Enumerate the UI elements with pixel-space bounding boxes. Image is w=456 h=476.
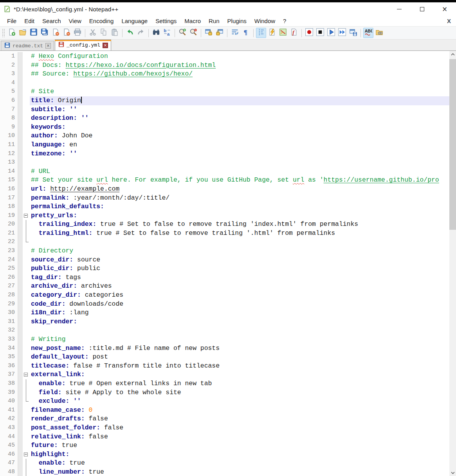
bookmark-margin[interactable] bbox=[18, 300, 23, 309]
scroll-down-button[interactable] bbox=[449, 469, 456, 476]
document-map-button[interactable] bbox=[278, 28, 288, 38]
bookmark-margin[interactable] bbox=[18, 247, 23, 256]
bookmark-margin[interactable] bbox=[18, 317, 23, 326]
maximize-button[interactable] bbox=[411, 2, 433, 16]
text-editor[interactable]: 1# Hexo Configuration2## Docs: https://h… bbox=[0, 51, 449, 476]
close-document-button[interactable] bbox=[50, 28, 61, 38]
fold-marker-start[interactable] bbox=[23, 370, 30, 379]
bookmark-margin[interactable] bbox=[18, 291, 23, 300]
bookmark-margin[interactable] bbox=[18, 459, 23, 468]
menu-item-file[interactable]: File bbox=[3, 16, 20, 25]
menu-item-encoding[interactable]: Encoding bbox=[85, 16, 118, 25]
bookmark-margin[interactable] bbox=[18, 105, 23, 114]
show-all-characters-button[interactable]: ¶ bbox=[241, 28, 251, 38]
copy-button[interactable] bbox=[99, 28, 109, 38]
bookmark-margin[interactable] bbox=[18, 123, 23, 132]
undo-button[interactable] bbox=[125, 28, 135, 38]
bookmark-margin[interactable] bbox=[18, 468, 23, 476]
bookmark-margin[interactable] bbox=[18, 326, 23, 335]
macro-play-button[interactable] bbox=[326, 28, 336, 38]
save-all-button[interactable] bbox=[40, 28, 50, 38]
menu-item-edit[interactable]: Edit bbox=[20, 16, 38, 25]
bookmark-margin[interactable] bbox=[18, 238, 23, 247]
bookmark-margin[interactable] bbox=[18, 229, 23, 238]
bookmark-margin[interactable] bbox=[18, 158, 23, 167]
menu-item-view[interactable]: View bbox=[65, 16, 85, 25]
bookmark-margin[interactable] bbox=[18, 194, 23, 203]
menu-item-window[interactable]: Window bbox=[251, 16, 279, 25]
scrollbar-track[interactable] bbox=[449, 58, 456, 469]
bookmark-margin[interactable] bbox=[18, 264, 23, 273]
menu-item-plugins[interactable]: Plugins bbox=[223, 16, 251, 25]
bookmark-margin[interactable] bbox=[18, 406, 23, 415]
bookmark-margin[interactable] bbox=[18, 70, 23, 79]
tab-readme-txt[interactable]: readme.txt× bbox=[1, 41, 54, 50]
fold-marker-start[interactable] bbox=[23, 450, 30, 459]
zoom-out-button[interactable] bbox=[188, 28, 198, 38]
bookmark-margin[interactable] bbox=[18, 344, 23, 353]
bookmark-margin[interactable] bbox=[18, 79, 23, 88]
find-button[interactable] bbox=[151, 28, 161, 38]
bookmark-margin[interactable] bbox=[18, 397, 23, 406]
menu-item-search[interactable]: Search bbox=[38, 16, 65, 25]
scrollbar-thumb[interactable] bbox=[449, 59, 456, 230]
bookmark-margin[interactable] bbox=[18, 273, 23, 282]
bookmark-margin[interactable] bbox=[18, 132, 23, 141]
bookmark-margin[interactable] bbox=[18, 424, 23, 433]
menu-item-settings[interactable]: Settings bbox=[151, 16, 180, 25]
macro-record-button[interactable] bbox=[304, 28, 314, 38]
close-button[interactable]: × bbox=[433, 2, 456, 16]
udl-dialog-button[interactable] bbox=[267, 28, 277, 38]
document-monitor-button[interactable] bbox=[374, 28, 384, 38]
bookmark-margin[interactable] bbox=[18, 379, 23, 388]
bookmark-margin[interactable] bbox=[18, 167, 23, 176]
bookmark-margin[interactable] bbox=[18, 220, 23, 229]
vertical-scrollbar[interactable] bbox=[449, 51, 456, 476]
bookmark-margin[interactable] bbox=[18, 87, 23, 96]
bookmark-margin[interactable] bbox=[18, 433, 23, 442]
bookmark-margin[interactable] bbox=[18, 96, 23, 105]
save-button[interactable] bbox=[29, 28, 39, 38]
zoom-in-button[interactable] bbox=[177, 28, 187, 38]
open-file-button[interactable] bbox=[18, 28, 28, 38]
cut-button[interactable] bbox=[88, 28, 98, 38]
bookmark-margin[interactable] bbox=[18, 114, 23, 123]
toolbar-grip[interactable] bbox=[2, 29, 5, 37]
bookmark-margin[interactable] bbox=[18, 202, 23, 211]
minimize-button[interactable] bbox=[388, 2, 411, 16]
fold-marker-start[interactable] bbox=[23, 211, 30, 220]
menu-item-help[interactable]: ? bbox=[279, 16, 290, 25]
paste-button[interactable] bbox=[110, 28, 120, 38]
sync-horizontal-scroll-button[interactable] bbox=[214, 28, 225, 38]
scroll-up-button[interactable] bbox=[449, 51, 456, 58]
bookmark-margin[interactable] bbox=[18, 362, 23, 371]
close-document-x-button[interactable]: X bbox=[445, 17, 453, 25]
new-file-button[interactable] bbox=[7, 28, 17, 38]
bookmark-margin[interactable] bbox=[18, 256, 23, 265]
menu-item-macro[interactable]: Macro bbox=[180, 16, 205, 25]
macro-run-multiple-button[interactable] bbox=[337, 28, 347, 38]
print-button[interactable] bbox=[72, 28, 83, 38]
bookmark-margin[interactable] bbox=[18, 176, 23, 185]
bookmark-margin[interactable] bbox=[18, 388, 23, 397]
indent-guide-button[interactable] bbox=[256, 28, 266, 38]
redo-button[interactable] bbox=[136, 28, 146, 38]
bookmark-margin[interactable] bbox=[18, 185, 23, 194]
bookmark-margin[interactable] bbox=[18, 415, 23, 424]
menu-item-language[interactable]: Language bbox=[117, 16, 151, 25]
replace-button[interactable]: ba bbox=[162, 28, 172, 38]
tab-close-button[interactable]: × bbox=[45, 43, 51, 49]
macro-save-button[interactable] bbox=[348, 28, 358, 38]
tab-close-button[interactable]: × bbox=[103, 43, 108, 48]
bookmark-margin[interactable] bbox=[18, 141, 23, 150]
function-list-button[interactable]: f bbox=[289, 28, 299, 38]
bookmark-margin[interactable] bbox=[18, 211, 23, 220]
sync-vertical-scroll-button[interactable] bbox=[204, 28, 214, 38]
bookmark-margin[interactable] bbox=[18, 282, 23, 291]
tab-config-yml[interactable]: _config.yml× bbox=[55, 40, 111, 50]
bookmark-margin[interactable] bbox=[18, 150, 23, 159]
bookmark-margin[interactable] bbox=[18, 370, 23, 379]
spell-check-button[interactable]: ABC bbox=[363, 28, 373, 38]
bookmark-margin[interactable] bbox=[18, 441, 23, 450]
bookmark-margin[interactable] bbox=[18, 450, 23, 459]
